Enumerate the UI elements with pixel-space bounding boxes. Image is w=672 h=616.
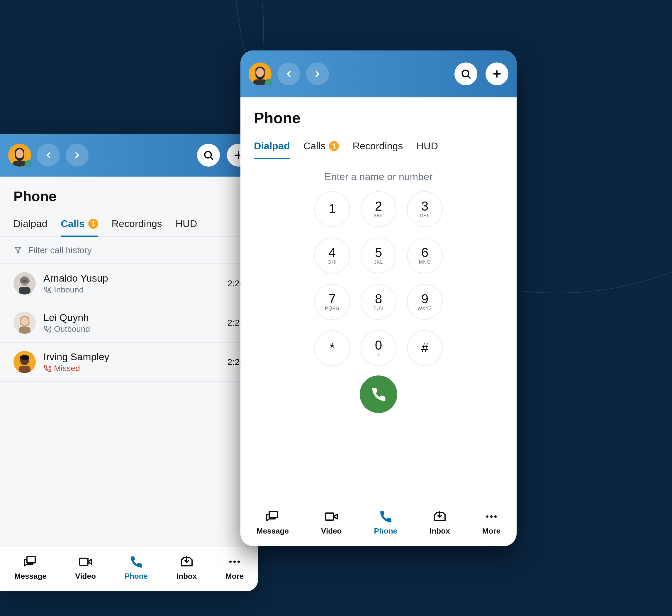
call-row[interactable]: Irving Sampley Missed 2:24 bbox=[0, 343, 258, 382]
key-star[interactable]: * bbox=[314, 330, 350, 366]
contact-avatar bbox=[13, 312, 36, 334]
page-title: Phone bbox=[0, 176, 258, 213]
message-icon bbox=[266, 510, 280, 524]
tab-label: Recordings bbox=[112, 218, 162, 229]
tab-calls[interactable]: Calls1 bbox=[61, 213, 98, 236]
nav-label: Video bbox=[75, 572, 96, 581]
svg-point-24 bbox=[229, 561, 232, 563]
svg-rect-17 bbox=[19, 366, 30, 373]
search-button[interactable] bbox=[197, 144, 220, 167]
key-2[interactable]: 2ABC bbox=[361, 191, 396, 227]
filter-call-history[interactable]: Filter call history bbox=[0, 237, 258, 264]
nav-video[interactable]: Video bbox=[75, 555, 96, 581]
bottom-nav: Message Video Phone Inbox More bbox=[240, 501, 517, 546]
nav-forward-button[interactable] bbox=[306, 62, 329, 85]
more-icon bbox=[228, 555, 242, 569]
tab-dialpad[interactable]: Dialpad bbox=[254, 135, 290, 159]
nav-message[interactable]: Message bbox=[257, 510, 289, 536]
missed-icon bbox=[43, 365, 51, 372]
nav-inbox[interactable]: Inbox bbox=[430, 510, 450, 536]
nav-inbox[interactable]: Inbox bbox=[177, 555, 197, 581]
tab-dialpad[interactable]: Dialpad bbox=[13, 213, 47, 236]
phone-icon bbox=[379, 510, 393, 524]
phone-tabs: Dialpad Calls1 Recordings HUD bbox=[0, 213, 258, 237]
profile-avatar[interactable] bbox=[8, 144, 31, 167]
svg-point-29 bbox=[256, 68, 264, 77]
call-direction: Inbound bbox=[43, 285, 220, 294]
svg-point-13 bbox=[21, 318, 28, 325]
key-5[interactable]: 5JKL bbox=[361, 237, 396, 273]
dial-keypad: 1 2ABC 3DEF 4GHI 5JKL 6MNO 7PQRS 8TUV 9W… bbox=[240, 191, 517, 366]
key-8[interactable]: 8TUV bbox=[361, 284, 396, 320]
inbox-icon bbox=[433, 510, 447, 524]
tab-hud[interactable]: HUD bbox=[416, 135, 438, 159]
nav-label: Message bbox=[14, 572, 47, 581]
nav-label: Video bbox=[321, 527, 342, 536]
video-icon bbox=[324, 510, 338, 524]
tab-label: Dialpad bbox=[254, 140, 290, 152]
key-6[interactable]: 6MNO bbox=[407, 237, 443, 273]
nav-more[interactable]: More bbox=[482, 510, 500, 536]
calls-badge: 1 bbox=[329, 141, 339, 151]
key-7[interactable]: 7PQRS bbox=[314, 284, 350, 320]
tab-label: HUD bbox=[416, 140, 438, 152]
nav-forward-button[interactable] bbox=[66, 144, 89, 167]
message-icon bbox=[23, 555, 38, 569]
key-4[interactable]: 4GHI bbox=[314, 237, 350, 273]
call-direction: Outbound bbox=[43, 325, 220, 334]
bottom-nav: Message Video Phone Inbox More bbox=[0, 546, 258, 591]
key-9[interactable]: 9WXYZ bbox=[407, 284, 443, 320]
svg-point-26 bbox=[237, 561, 240, 563]
svg-rect-21 bbox=[80, 558, 88, 565]
tab-label: Dialpad bbox=[13, 218, 47, 229]
nav-label: Message bbox=[257, 527, 289, 536]
page-title: Phone bbox=[240, 97, 517, 135]
add-button[interactable] bbox=[486, 62, 508, 85]
header-bar bbox=[240, 50, 517, 97]
nav-label: Phone bbox=[374, 527, 397, 536]
key-0[interactable]: 0+ bbox=[361, 330, 396, 366]
phone-tabs: Dialpad Calls1 Recordings HUD bbox=[240, 135, 517, 159]
nav-label: Inbox bbox=[430, 527, 450, 536]
nav-phone[interactable]: Phone bbox=[374, 510, 397, 536]
key-hash[interactable]: # bbox=[407, 330, 443, 366]
nav-phone[interactable]: Phone bbox=[125, 555, 148, 581]
nav-more[interactable]: More bbox=[225, 555, 244, 581]
search-button[interactable] bbox=[454, 62, 477, 85]
svg-point-40 bbox=[490, 515, 493, 518]
tab-hud[interactable]: HUD bbox=[176, 213, 197, 236]
call-row[interactable]: Arnaldo Yusup Inbound 2:24 bbox=[0, 264, 258, 303]
tab-calls[interactable]: Calls1 bbox=[303, 135, 339, 159]
place-call-button[interactable] bbox=[360, 376, 397, 413]
tab-label: Recordings bbox=[352, 140, 403, 152]
filter-label: Filter call history bbox=[28, 245, 92, 255]
contact-avatar bbox=[13, 272, 36, 294]
svg-point-2 bbox=[16, 149, 24, 158]
nav-video[interactable]: Video bbox=[321, 510, 342, 536]
dial-input[interactable]: Enter a name or number bbox=[240, 159, 517, 191]
tab-recordings[interactable]: Recordings bbox=[352, 135, 403, 159]
tab-recordings[interactable]: Recordings bbox=[112, 213, 162, 236]
phone-icon bbox=[129, 555, 143, 569]
nav-back-button[interactable] bbox=[37, 144, 60, 167]
nav-label: Phone bbox=[125, 572, 148, 581]
header-bar bbox=[0, 134, 258, 176]
key-3[interactable]: 3DEF bbox=[407, 191, 443, 227]
presence-indicator bbox=[25, 160, 32, 167]
contact-name: Lei Quynh bbox=[43, 312, 220, 323]
svg-rect-36 bbox=[325, 513, 334, 520]
svg-rect-35 bbox=[269, 511, 277, 518]
nav-label: More bbox=[225, 572, 244, 581]
key-1[interactable]: 1 bbox=[314, 191, 350, 227]
svg-rect-9 bbox=[19, 287, 30, 294]
nav-message[interactable]: Message bbox=[14, 555, 47, 581]
inbox-icon bbox=[180, 555, 194, 569]
contact-name: Irving Sampley bbox=[43, 351, 220, 363]
nav-back-button[interactable] bbox=[277, 62, 300, 85]
tab-label: Calls bbox=[61, 218, 84, 229]
phone-icon bbox=[370, 386, 387, 403]
call-row[interactable]: Lei Quynh Outbound 2:24 bbox=[0, 303, 258, 343]
profile-avatar[interactable] bbox=[249, 62, 271, 85]
tab-label: HUD bbox=[176, 218, 197, 229]
calls-badge: 1 bbox=[88, 219, 98, 229]
